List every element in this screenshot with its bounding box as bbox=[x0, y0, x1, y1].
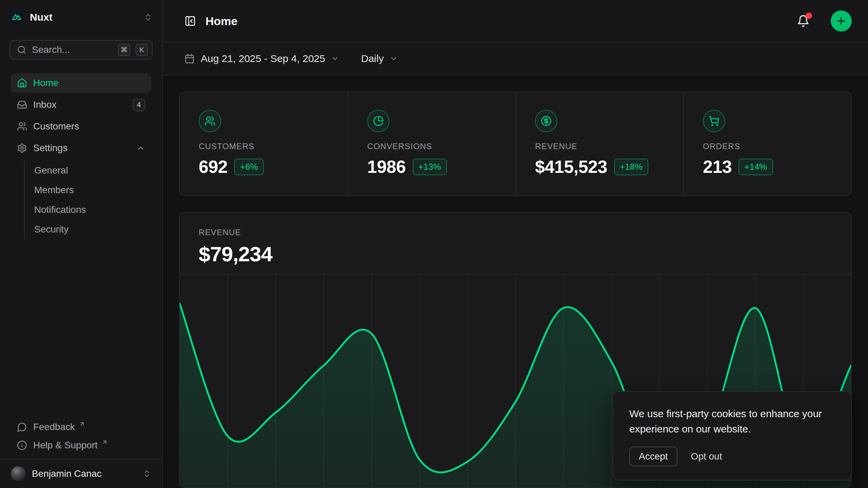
page-title: Home bbox=[205, 15, 787, 28]
granularity-label: Daily bbox=[361, 53, 384, 64]
home-icon bbox=[17, 78, 27, 88]
stat-card-customers[interactable]: CUSTOMERS 692 +6% bbox=[180, 92, 348, 195]
stat-label: ORDERS bbox=[703, 142, 851, 151]
stat-value: $415,523 bbox=[535, 157, 607, 177]
stats-row: CUSTOMERS 692 +6% CONVERSIONS 1986 +13% bbox=[179, 92, 852, 196]
sidebar-item-label: Customers bbox=[33, 121, 79, 132]
date-range-picker[interactable]: Aug 21, 2025 - Sep 4, 2025 bbox=[184, 53, 339, 64]
calendar-icon bbox=[184, 54, 195, 64]
sidebar-item-members[interactable]: Members bbox=[25, 180, 151, 200]
shopping-cart-icon bbox=[703, 110, 725, 132]
stat-card-revenue[interactable]: REVENUE $415,523 +18% bbox=[515, 92, 683, 195]
search-icon bbox=[17, 45, 26, 55]
sidebar-item-label: Inbox bbox=[33, 99, 57, 110]
stat-delta-badge: +13% bbox=[413, 159, 447, 175]
stat-label: CONVERSIONS bbox=[367, 142, 515, 151]
chevron-down-icon bbox=[389, 54, 398, 63]
accept-cookies-button[interactable]: Accept bbox=[629, 447, 677, 466]
gear-icon bbox=[17, 143, 27, 153]
add-new-button[interactable] bbox=[831, 11, 852, 32]
users-icon bbox=[17, 121, 27, 131]
plus-icon bbox=[836, 16, 847, 26]
feedback-label: Feedback bbox=[33, 422, 75, 432]
sidebar-item-general[interactable]: General bbox=[25, 161, 151, 180]
app-root: Nuxt ⌘ K Home Inb bbox=[0, 0, 868, 488]
optout-cookies-button[interactable]: Opt out bbox=[691, 451, 722, 462]
stat-delta-badge: +18% bbox=[614, 159, 648, 175]
stat-label: CUSTOMERS bbox=[199, 142, 348, 151]
revenue-chart-value: $79,234 bbox=[199, 242, 851, 266]
stat-card-conversions[interactable]: CONVERSIONS 1986 +13% bbox=[348, 92, 515, 195]
users-icon bbox=[199, 110, 221, 132]
settings-subnav: General Members Notifications Security bbox=[24, 161, 151, 239]
info-icon bbox=[17, 440, 27, 450]
feedback-link[interactable]: Feedback bbox=[11, 418, 151, 436]
stat-card-orders[interactable]: ORDERS 213 +14% bbox=[683, 92, 851, 195]
collapse-sidebar-button[interactable] bbox=[184, 15, 196, 27]
user-name: Benjamin Canac bbox=[32, 468, 136, 479]
external-link-icon bbox=[102, 439, 108, 445]
chevrons-up-down-icon bbox=[142, 469, 151, 478]
cookie-banner: We use first-party cookies to enhance yo… bbox=[612, 391, 852, 481]
sidebar-item-customers[interactable]: Customers bbox=[11, 117, 151, 136]
team-switcher[interactable]: Nuxt bbox=[0, 0, 162, 27]
panel-left-close-icon bbox=[184, 15, 196, 27]
chevron-up-icon bbox=[136, 144, 145, 152]
sidebar-item-inbox[interactable]: Inbox 4 bbox=[11, 95, 151, 115]
team-name: Nuxt bbox=[30, 12, 138, 23]
chevrons-up-down-icon bbox=[144, 13, 153, 22]
date-range-label: Aug 21, 2025 - Sep 4, 2025 bbox=[201, 53, 325, 64]
stat-delta-badge: +6% bbox=[234, 159, 264, 175]
filter-toolbar: Aug 21, 2025 - Sep 4, 2025 Daily bbox=[163, 43, 868, 75]
avatar bbox=[11, 466, 26, 481]
chat-bubble-icon bbox=[17, 422, 27, 432]
dollar-circle-icon bbox=[535, 110, 557, 132]
notification-dot bbox=[806, 13, 812, 19]
search-input[interactable]: ⌘ K bbox=[9, 40, 153, 60]
kbd-meta-key: ⌘ bbox=[118, 44, 130, 56]
inbox-icon bbox=[17, 100, 27, 110]
sidebar-item-home[interactable]: Home bbox=[11, 73, 151, 93]
kbd-k-key: K bbox=[136, 44, 148, 56]
pie-chart-icon bbox=[367, 110, 390, 132]
stat-value: 692 bbox=[199, 157, 228, 177]
cookie-message: We use first-party cookies to enhance yo… bbox=[629, 406, 835, 436]
top-header: Home bbox=[163, 0, 868, 43]
stat-value: 213 bbox=[703, 157, 732, 177]
sidebar-nav: Home Inbox 4 Customers Sett bbox=[11, 73, 151, 239]
external-link-icon bbox=[79, 421, 85, 427]
sidebar-item-settings[interactable]: Settings bbox=[11, 138, 151, 158]
help-support-link[interactable]: Help & Support bbox=[11, 436, 151, 454]
sidebar: Nuxt ⌘ K Home Inb bbox=[0, 0, 163, 488]
chevron-down-icon bbox=[331, 54, 339, 63]
sidebar-item-label: Home bbox=[33, 78, 59, 88]
stat-value: 1986 bbox=[367, 157, 406, 177]
sidebar-item-label: Settings bbox=[33, 143, 67, 154]
inbox-count-badge: 4 bbox=[133, 99, 145, 111]
search-field[interactable] bbox=[32, 44, 113, 55]
revenue-chart-label: REVENUE bbox=[199, 228, 851, 237]
sidebar-footer: Feedback Help & Support bbox=[11, 418, 151, 454]
granularity-select[interactable]: Daily bbox=[361, 53, 398, 64]
user-menu[interactable]: Benjamin Canac bbox=[0, 459, 162, 488]
stat-delta-badge: +14% bbox=[738, 159, 773, 175]
sidebar-item-notifications[interactable]: Notifications bbox=[25, 200, 151, 220]
sidebar-item-security[interactable]: Security bbox=[25, 220, 151, 239]
stat-label: REVENUE bbox=[535, 142, 683, 151]
nuxt-logo-icon bbox=[9, 10, 24, 24]
help-support-label: Help & Support bbox=[33, 440, 98, 451]
